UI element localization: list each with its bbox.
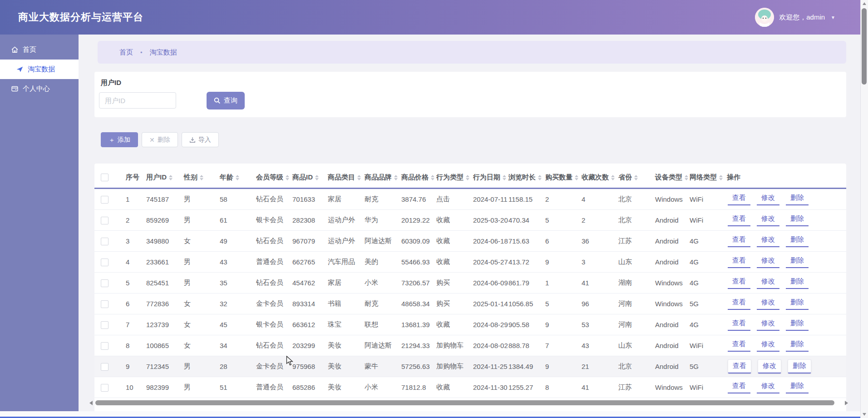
view-link[interactable]: 查看 [728, 359, 751, 373]
view-link[interactable]: 查看 [728, 194, 750, 205]
sort-asc-icon [286, 175, 289, 177]
column-header[interactable]: 会员等级 [250, 167, 286, 189]
column-header[interactable]: 浏览时长 [502, 167, 539, 189]
table-row[interactable]: 9712345男28金卡会员975968美妆蒙牛57256.63加购物车2024… [94, 356, 846, 377]
cell: 金卡会员 [250, 294, 286, 314]
row-checkbox[interactable] [101, 363, 108, 371]
row-checkbox[interactable] [101, 217, 108, 224]
view-link[interactable]: 查看 [728, 277, 750, 289]
table-row[interactable]: 7123739女45银卡会员663612珠宝联想13681.39收藏2024-0… [94, 314, 846, 335]
vscroll-up-arrow-icon[interactable] [863, 2, 866, 5]
table-row[interactable]: 3349880女49钻石会员967079运动户外阿迪达斯60309.09收藏20… [94, 231, 846, 252]
table-row[interactable]: 6772836女32金卡会员893314书籍耐克48658.34购买2025-0… [94, 294, 846, 314]
hscroll-right-arrow-icon[interactable] [845, 401, 848, 405]
cell: Android [649, 356, 683, 377]
import-button[interactable]: 导入 [182, 132, 219, 147]
view-link[interactable]: 查看 [728, 256, 750, 268]
edit-link[interactable]: 修改 [758, 359, 781, 373]
sidebar-item-taobao-data[interactable]: 淘宝数据 [0, 60, 79, 79]
select-all-checkbox[interactable] [101, 174, 108, 181]
delete-link[interactable]: 删除 [786, 340, 809, 352]
sort-asc-icon [634, 175, 638, 177]
column-header[interactable]: 年龄 [213, 167, 250, 189]
view-link[interactable]: 查看 [728, 235, 750, 247]
delete-link[interactable]: 删除 [786, 214, 809, 226]
chevron-down-icon[interactable]: ▼ [831, 15, 835, 20]
cell: 2025-03-20 [467, 210, 502, 231]
edit-link[interactable]: 修改 [757, 235, 779, 247]
column-header[interactable]: 购买数量 [539, 167, 575, 189]
sort-desc-icon [315, 178, 319, 180]
data-table: 序号用户ID性别年龄会员等级商品ID商品类目商品品牌商品价格行为类型行为日期浏览… [94, 167, 846, 398]
query-button[interactable]: 查询 [207, 92, 245, 109]
row-checkbox[interactable] [101, 259, 108, 266]
sidebar-item-home[interactable]: 首页 [0, 40, 79, 60]
vscroll-down-arrow-icon[interactable] [863, 413, 866, 416]
table-row[interactable]: 8100865女34钻石会员203299美妆阿迪达斯21294.33加购物车20… [94, 335, 846, 356]
delete-link[interactable]: 删除 [786, 319, 809, 331]
column-header[interactable]: 商品价格 [395, 167, 430, 189]
row-checkbox[interactable] [101, 196, 108, 204]
edit-link[interactable]: 修改 [757, 382, 779, 393]
column-header[interactable]: 性别 [178, 167, 213, 189]
column-header[interactable]: 省份 [612, 167, 649, 189]
column-header[interactable]: 收藏次数 [575, 167, 612, 189]
horizontal-scrollbar-thumb[interactable] [95, 400, 834, 405]
view-link[interactable]: 查看 [728, 319, 750, 331]
delete-link[interactable]: 删除 [786, 194, 809, 205]
row-checkbox[interactable] [101, 279, 108, 287]
table-row[interactable]: 1745187男58钻石会员701633家居耐克3874.76点击2024-07… [94, 189, 846, 210]
vertical-scrollbar-thumb[interactable] [862, 8, 867, 85]
column-header[interactable]: 行为日期 [467, 167, 502, 189]
table-row[interactable]: 4233661男43普通会员662765汽车用品美的55466.93收藏2024… [94, 252, 846, 273]
column-header[interactable]: 商品ID [286, 167, 321, 189]
edit-link[interactable]: 修改 [757, 340, 779, 352]
breadcrumb-home[interactable]: 首页 [119, 48, 133, 57]
view-link[interactable]: 查看 [728, 298, 750, 310]
row-checkbox[interactable] [101, 384, 108, 392]
delete-link[interactable]: 删除 [786, 235, 809, 247]
import-icon [189, 137, 196, 143]
column-header[interactable]: 商品品牌 [358, 167, 395, 189]
column-header[interactable]: 用户ID [140, 167, 178, 189]
row-checkbox[interactable] [101, 300, 108, 308]
column-header[interactable]: 网络类型 [683, 167, 720, 189]
edit-link[interactable]: 修改 [757, 214, 779, 226]
app-title: 商业大数据分析与运营平台 [18, 10, 143, 24]
hscroll-left-arrow-icon[interactable] [89, 401, 93, 405]
table-row[interactable]: 10982399男51普通会员685286美妆小米71812.8收藏2024-1… [94, 377, 846, 398]
cell: 2 [119, 210, 140, 231]
delete-link[interactable]: 删除 [786, 382, 809, 393]
edit-link[interactable]: 修改 [757, 194, 779, 205]
select-all-header-cell[interactable] [94, 167, 119, 189]
view-link[interactable]: 查看 [728, 340, 750, 352]
delete-button[interactable]: ✕ 删除 [142, 132, 178, 147]
edit-link[interactable]: 修改 [757, 298, 779, 310]
delete-link[interactable]: 删除 [786, 256, 809, 268]
delete-link[interactable]: 删除 [788, 359, 811, 373]
row-checkbox[interactable] [101, 321, 108, 329]
view-link[interactable]: 查看 [728, 382, 750, 393]
column-header[interactable]: 商品类目 [321, 167, 358, 189]
edit-link[interactable]: 修改 [757, 256, 779, 268]
add-button[interactable]: ＋ 添加 [101, 132, 138, 147]
column-header[interactable]: 行为类型 [430, 167, 467, 189]
view-link[interactable]: 查看 [728, 214, 750, 226]
column-header[interactable]: 设备类型 [649, 167, 683, 189]
table-row[interactable]: 5825451男35钻石会员454762家居小米73206.57购买2024-0… [94, 273, 846, 294]
edit-link[interactable]: 修改 [757, 319, 779, 331]
avatar[interactable] [755, 8, 774, 27]
search-input[interactable] [99, 92, 176, 109]
row-checkbox[interactable] [101, 238, 108, 245]
vertical-scrollbar[interactable] [860, 0, 868, 418]
sort-desc-icon [503, 178, 506, 180]
sidebar-item-profile[interactable]: 个人中心 [0, 79, 79, 99]
edit-link[interactable]: 修改 [757, 277, 779, 289]
user-menu[interactable]: 欢迎您，admin ▼ [755, 0, 835, 35]
row-checkbox[interactable] [101, 342, 108, 350]
delete-link[interactable]: 删除 [786, 277, 809, 289]
delete-link[interactable]: 删除 [786, 298, 809, 310]
cell: 772836 [140, 294, 178, 314]
sort-desc-icon [634, 178, 638, 180]
table-row[interactable]: 2859269男61银卡会员282308运动户外华为20129.22收藏2025… [94, 210, 846, 231]
